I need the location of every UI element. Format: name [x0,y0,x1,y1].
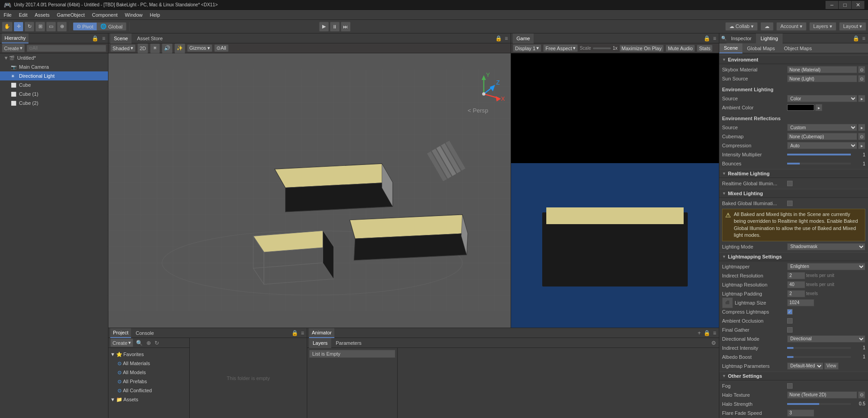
lightmap-res-input[interactable] [787,281,805,288]
aspect-button[interactable]: Free Aspect ▾ [543,44,578,52]
account-button[interactable]: Account ▾ [776,22,807,31]
fx-toggle-icon[interactable]: ✨ [174,43,185,53]
maximize-button[interactable]: □ [839,1,851,9]
animator-settings-icon[interactable]: ⚙ [710,340,717,346]
shading-mode-button[interactable]: Shaded ▾ [110,44,136,52]
realtime-gi-checkbox[interactable] [787,181,793,186]
multi-tool-button[interactable]: ⊕ [57,22,67,32]
move-tool-button[interactable]: ✛ [14,22,23,32]
scene-tab[interactable]: Scene [110,33,131,43]
mixed-section-header[interactable]: ▼ Mixed Lighting [719,189,868,198]
assets-folder[interactable]: ▼ 📁 Assets [108,395,189,404]
hierarchy-item-cube[interactable]: ⬜ Cube [0,80,108,89]
menu-assets[interactable]: Assets [31,10,53,20]
menu-file[interactable]: File [0,10,15,20]
cubemap-picker[interactable]: ⊙ [858,133,865,140]
all-materials-item[interactable]: ⊙ All Materials [108,359,189,368]
compression-expand[interactable]: ▸ [858,142,865,149]
menu-gameobject[interactable]: GameObject [53,10,89,20]
pivot-button[interactable]: ⊙ Pivot [73,23,97,30]
console-tab[interactable]: Console [133,328,156,338]
gizmos-button[interactable]: Gizmos ▾ [187,44,212,52]
asset-store-tab[interactable]: Asset Store [133,33,166,43]
lighting-mode-select[interactable]: Shadowmask [787,243,865,250]
mute-audio-button[interactable]: Mute Audio [666,45,695,52]
global-maps-sub-tab[interactable]: Global Maps [742,43,779,53]
env-lighting-source-expand[interactable]: ▸ [858,95,865,102]
bounces-slider[interactable] [787,163,851,164]
flare-fade-input[interactable] [787,409,814,417]
directional-mode-select[interactable]: Directional [787,335,865,343]
pause-button[interactable]: ⏸ [330,22,340,32]
scene-canvas[interactable]: Y X Z < Persp [108,53,511,328]
halo-texture-input[interactable] [787,391,857,399]
layout-button[interactable]: Layout ▾ [839,22,866,31]
albedo-boost-slider[interactable] [787,356,851,358]
scale-slider[interactable] [593,47,611,49]
animator-menu-icon[interactable]: ≡ [712,330,717,336]
lightmap-params-select[interactable]: Default-Medium [787,362,823,370]
environment-section-header[interactable]: ▼ Environment [719,55,868,64]
ambient-color-expand[interactable]: ▸ [815,104,822,111]
skybox-material-picker[interactable]: ⊙ [858,66,865,73]
scale-tool-button[interactable]: ⊞ [35,22,45,32]
minimize-button[interactable]: – [826,1,838,9]
env-refl-source-select[interactable]: Custom [787,124,857,131]
hand-tool-button[interactable]: ✋ [2,22,13,32]
lightmap-params-expand[interactable]: View [824,362,839,370]
lightmap-padding-input[interactable] [787,290,805,297]
menu-help[interactable]: Help [146,10,164,20]
scene-sub-tab[interactable]: Scene [719,43,742,53]
hierarchy-item-untitled[interactable]: ▼ 🎬 Untitled* [0,53,108,62]
rect-tool-button[interactable]: ▭ [46,22,56,32]
lightmapper-select[interactable]: Enlighten [787,263,865,270]
hierarchy-lock-icon[interactable]: 🔒 [91,35,99,42]
project-create-button[interactable]: Create ▾ [110,338,133,347]
cubemap-input[interactable] [787,133,857,140]
2d-mode-button[interactable]: 2D [137,43,148,53]
parameters-tab[interactable]: Parameters [332,338,365,348]
halo-texture-picker[interactable]: ⊙ [858,391,865,399]
animator-tab[interactable]: Animator [309,328,334,338]
sun-source-input[interactable] [787,75,857,82]
project-search-icon[interactable]: 🔍 [135,340,144,346]
fog-checkbox[interactable] [787,383,793,389]
layers-tab[interactable]: Layers [309,338,331,348]
hierarchy-search-input[interactable] [27,45,106,52]
all-models-item[interactable]: ⊙ All Models [108,368,189,377]
all-prefabs-item[interactable]: ⊙ All Prefabs [108,377,189,386]
all-conflicted-item[interactable]: ⊙ All Conflicted [108,386,189,395]
scene-menu-icon[interactable]: ≡ [504,35,509,42]
collab-button[interactable]: ☁ Collab ▾ [725,22,758,31]
audio-toggle-icon[interactable]: 🔊 [162,43,173,53]
baked-global-checkbox[interactable] [787,201,793,206]
favorites-folder[interactable]: ▼ ⭐ Favorites [108,350,189,359]
lighting-tab[interactable]: Lighting [756,33,783,43]
hierarchy-item-cube1[interactable]: ⬜ Cube (1) [0,89,108,99]
menu-edit[interactable]: Edit [15,10,31,20]
intensity-slider[interactable] [787,154,851,155]
cloud-button[interactable]: ☁ [760,22,774,31]
game-tab[interactable]: Game [513,33,534,43]
animator-lock-icon[interactable]: 🔒 [703,330,711,336]
maximize-on-play-button[interactable]: Maximize On Play [619,45,664,52]
lighting-toggle-icon[interactable]: ☀ [150,43,160,53]
right-menu-icon[interactable]: ≡ [861,35,866,42]
indirect-res-input[interactable] [787,272,805,279]
ambient-occ-checkbox[interactable] [787,318,793,324]
project-filter-icon[interactable]: ⊕ [145,340,152,346]
global-button[interactable]: 🌐 Global [97,23,126,30]
hierarchy-item-cube2[interactable]: ⬜ Cube (2) [0,99,108,108]
env-lighting-source-select[interactable]: Color [787,95,857,102]
play-button[interactable]: ▶ [319,22,329,32]
animator-graph-area[interactable] [398,348,719,418]
layers-button[interactable]: Layers ▾ [809,22,836,31]
project-tab[interactable]: Project [110,328,131,338]
other-section-header[interactable]: ▼ Other Settings [719,371,868,380]
halo-strength-slider[interactable] [787,403,851,405]
search-all-button[interactable]: ⊙All [214,44,228,52]
step-button[interactable]: ⏭ [341,22,351,32]
rotate-tool-button[interactable]: ↻ [24,22,34,32]
object-maps-sub-tab[interactable]: Object Maps [779,43,816,53]
menu-window[interactable]: Window [121,10,146,20]
